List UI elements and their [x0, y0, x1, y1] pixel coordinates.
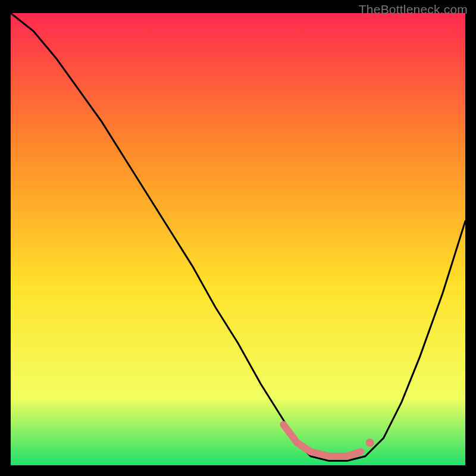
watermark-text: TheBottleneck.com: [359, 2, 468, 17]
chart-background: [11, 13, 465, 465]
marker-dot: [366, 439, 374, 447]
bottleneck-chart: [11, 13, 465, 465]
